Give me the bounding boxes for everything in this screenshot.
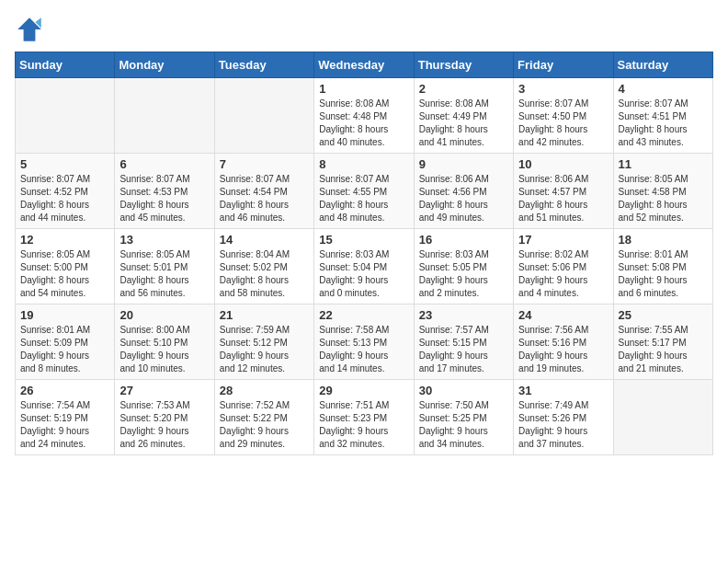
day-number: 30: [419, 384, 508, 397]
day-info: Sunrise: 8:07 AM Sunset: 4:53 PM Dayligh…: [119, 173, 209, 224]
day-info: Sunrise: 8:07 AM Sunset: 4:55 PM Dayligh…: [319, 173, 408, 224]
day-number: 14: [220, 233, 309, 247]
calendar-cell: 22Sunrise: 7:58 AM Sunset: 5:13 PM Dayli…: [314, 304, 414, 380]
day-info: Sunrise: 8:03 AM Sunset: 5:04 PM Dayligh…: [319, 248, 408, 300]
day-info: Sunrise: 8:03 AM Sunset: 5:05 PM Dayligh…: [419, 248, 508, 300]
calendar-body: 1Sunrise: 8:08 AM Sunset: 4:48 PM Daylig…: [16, 78, 713, 455]
day-number: 24: [518, 308, 608, 322]
weekday-header: Saturday: [613, 52, 712, 78]
calendar-week-row: 26Sunrise: 7:54 AM Sunset: 5:19 PM Dayli…: [16, 380, 713, 455]
weekday-row: SundayMondayTuesdayWednesdayThursdayFrid…: [16, 52, 713, 78]
calendar-cell: 3Sunrise: 8:07 AM Sunset: 4:50 PM Daylig…: [514, 78, 613, 154]
calendar-cell: 6Sunrise: 8:07 AM Sunset: 4:53 PM Daylig…: [115, 154, 214, 229]
day-number: 18: [619, 233, 708, 247]
day-number: 31: [518, 384, 608, 397]
calendar-cell: 28Sunrise: 7:52 AM Sunset: 5:22 PM Dayli…: [214, 380, 313, 455]
day-number: 11: [619, 157, 708, 171]
day-info: Sunrise: 7:52 AM Sunset: 5:22 PM Dayligh…: [220, 399, 309, 451]
weekday-header: Wednesday: [314, 52, 414, 78]
day-info: Sunrise: 8:08 AM Sunset: 4:48 PM Dayligh…: [319, 98, 408, 149]
day-number: 6: [119, 157, 209, 171]
day-info: Sunrise: 7:51 AM Sunset: 5:23 PM Dayligh…: [319, 399, 408, 451]
calendar-cell: 26Sunrise: 7:54 AM Sunset: 5:19 PM Dayli…: [16, 380, 115, 455]
day-number: 12: [20, 233, 109, 247]
calendar-cell: 14Sunrise: 8:04 AM Sunset: 5:02 PM Dayli…: [214, 229, 313, 304]
day-info: Sunrise: 7:53 AM Sunset: 5:20 PM Dayligh…: [119, 399, 209, 451]
calendar-cell: 13Sunrise: 8:05 AM Sunset: 5:01 PM Dayli…: [115, 229, 214, 304]
day-info: Sunrise: 8:07 AM Sunset: 4:50 PM Dayligh…: [518, 98, 608, 149]
calendar-cell: 5Sunrise: 8:07 AM Sunset: 4:52 PM Daylig…: [16, 154, 115, 229]
day-info: Sunrise: 8:02 AM Sunset: 5:06 PM Dayligh…: [518, 248, 608, 300]
day-info: Sunrise: 7:55 AM Sunset: 5:17 PM Dayligh…: [619, 324, 708, 375]
calendar-cell: 16Sunrise: 8:03 AM Sunset: 5:05 PM Dayli…: [414, 229, 513, 304]
calendar-cell: 29Sunrise: 7:51 AM Sunset: 5:23 PM Dayli…: [314, 380, 414, 455]
day-number: 7: [220, 157, 309, 171]
calendar-week-row: 12Sunrise: 8:05 AM Sunset: 5:00 PM Dayli…: [16, 229, 713, 304]
day-number: 8: [319, 157, 408, 171]
weekday-header: Sunday: [16, 52, 115, 78]
calendar-week-row: 1Sunrise: 8:08 AM Sunset: 4:48 PM Daylig…: [16, 78, 713, 154]
calendar-week-row: 19Sunrise: 8:01 AM Sunset: 5:09 PM Dayli…: [16, 304, 713, 380]
day-info: Sunrise: 8:07 AM Sunset: 4:51 PM Dayligh…: [619, 98, 708, 149]
calendar-week-row: 5Sunrise: 8:07 AM Sunset: 4:52 PM Daylig…: [16, 154, 713, 229]
day-number: 29: [319, 384, 408, 397]
day-info: Sunrise: 8:05 AM Sunset: 5:00 PM Dayligh…: [20, 248, 109, 300]
day-info: Sunrise: 8:01 AM Sunset: 5:08 PM Dayligh…: [619, 248, 708, 300]
calendar-cell: 27Sunrise: 7:53 AM Sunset: 5:20 PM Dayli…: [115, 380, 214, 455]
calendar-cell: 12Sunrise: 8:05 AM Sunset: 5:00 PM Dayli…: [16, 229, 115, 304]
day-info: Sunrise: 8:05 AM Sunset: 4:58 PM Dayligh…: [619, 173, 708, 224]
calendar-cell: 2Sunrise: 8:08 AM Sunset: 4:49 PM Daylig…: [414, 78, 513, 154]
day-info: Sunrise: 8:06 AM Sunset: 4:57 PM Dayligh…: [518, 173, 608, 224]
logo-icon: [15, 15, 44, 44]
day-info: Sunrise: 7:54 AM Sunset: 5:19 PM Dayligh…: [20, 399, 109, 451]
calendar-cell: 25Sunrise: 7:55 AM Sunset: 5:17 PM Dayli…: [613, 304, 712, 380]
calendar-cell: 30Sunrise: 7:50 AM Sunset: 5:25 PM Dayli…: [414, 380, 513, 455]
day-info: Sunrise: 8:06 AM Sunset: 4:56 PM Dayligh…: [419, 173, 508, 224]
day-number: 26: [20, 384, 109, 397]
calendar-table: SundayMondayTuesdayWednesdayThursdayFrid…: [15, 52, 713, 455]
weekday-header: Monday: [115, 52, 214, 78]
day-info: Sunrise: 8:04 AM Sunset: 5:02 PM Dayligh…: [220, 248, 309, 300]
calendar-cell: 10Sunrise: 8:06 AM Sunset: 4:57 PM Dayli…: [514, 154, 613, 229]
calendar-cell: 4Sunrise: 8:07 AM Sunset: 4:51 PM Daylig…: [613, 78, 712, 154]
calendar-cell: [214, 78, 313, 154]
day-info: Sunrise: 7:50 AM Sunset: 5:25 PM Dayligh…: [419, 399, 508, 451]
day-number: 16: [419, 233, 508, 247]
day-number: 27: [119, 384, 209, 397]
calendar-header: SundayMondayTuesdayWednesdayThursdayFrid…: [16, 52, 713, 78]
day-number: 17: [518, 233, 608, 247]
day-info: Sunrise: 8:07 AM Sunset: 4:52 PM Dayligh…: [20, 173, 109, 224]
day-info: Sunrise: 8:08 AM Sunset: 4:49 PM Dayligh…: [419, 98, 508, 149]
calendar-cell: [115, 78, 214, 154]
day-number: 10: [518, 157, 608, 171]
weekday-header: Friday: [514, 52, 613, 78]
day-info: Sunrise: 8:05 AM Sunset: 5:01 PM Dayligh…: [119, 248, 209, 300]
day-info: Sunrise: 7:59 AM Sunset: 5:12 PM Dayligh…: [220, 324, 309, 375]
page-header: [15, 15, 713, 44]
day-number: 5: [20, 157, 109, 171]
day-info: Sunrise: 7:49 AM Sunset: 5:26 PM Dayligh…: [518, 399, 608, 451]
calendar-cell: 23Sunrise: 7:57 AM Sunset: 5:15 PM Dayli…: [414, 304, 513, 380]
day-info: Sunrise: 8:01 AM Sunset: 5:09 PM Dayligh…: [20, 324, 109, 375]
day-number: 19: [20, 308, 109, 322]
day-info: Sunrise: 7:58 AM Sunset: 5:13 PM Dayligh…: [319, 324, 408, 375]
calendar-cell: 1Sunrise: 8:08 AM Sunset: 4:48 PM Daylig…: [314, 78, 414, 154]
day-number: 23: [419, 308, 508, 322]
day-number: 13: [119, 233, 209, 247]
calendar-cell: 7Sunrise: 8:07 AM Sunset: 4:54 PM Daylig…: [214, 154, 313, 229]
day-info: Sunrise: 7:57 AM Sunset: 5:15 PM Dayligh…: [419, 324, 508, 375]
day-info: Sunrise: 8:00 AM Sunset: 5:10 PM Dayligh…: [119, 324, 209, 375]
logo: [15, 15, 48, 44]
day-number: 20: [119, 308, 209, 322]
calendar-cell: [613, 380, 712, 455]
calendar-cell: 31Sunrise: 7:49 AM Sunset: 5:26 PM Dayli…: [514, 380, 613, 455]
day-number: 4: [619, 82, 708, 96]
day-number: 28: [220, 384, 309, 397]
calendar-cell: 15Sunrise: 8:03 AM Sunset: 5:04 PM Dayli…: [314, 229, 414, 304]
calendar-cell: 8Sunrise: 8:07 AM Sunset: 4:55 PM Daylig…: [314, 154, 414, 229]
calendar-cell: 24Sunrise: 7:56 AM Sunset: 5:16 PM Dayli…: [514, 304, 613, 380]
calendar-cell: 9Sunrise: 8:06 AM Sunset: 4:56 PM Daylig…: [414, 154, 513, 229]
day-number: 1: [319, 82, 408, 96]
calendar-cell: [16, 78, 115, 154]
weekday-header: Tuesday: [214, 52, 313, 78]
